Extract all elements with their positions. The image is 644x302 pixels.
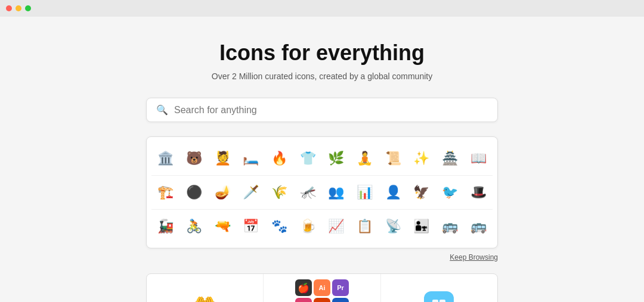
icon-cell[interactable]: 🚌 [464, 212, 493, 241]
icon-cell[interactable]: 🏯 [436, 144, 465, 173]
card-icon-hand: 🤲 [191, 288, 218, 302]
icon-cell[interactable]: 🛏️ [237, 144, 265, 173]
icon-cell[interactable]: 👤 [379, 178, 407, 207]
hero-title: Icons for everything [219, 41, 425, 66]
search-input[interactable] [174, 105, 488, 116]
icon-cell[interactable]: 🚌 [436, 212, 465, 241]
close-button[interactable] [6, 5, 12, 11]
icons-row-2: 🏗️ ⚫ 🪔 🗡️ 🌾 🦟 👥 📊 👤 🦅 🐦 🎩 [151, 176, 493, 210]
feature-cards: 🤲 Over 2 Million icons,royalty-free Lear… [146, 273, 498, 302]
icon-cell[interactable]: 📋 [351, 212, 379, 241]
svg-rect-1 [439, 300, 445, 302]
apple-icon: 🍎 [295, 279, 312, 296]
icon-cell[interactable]: 🚂 [151, 212, 180, 241]
icon-cell[interactable]: 🏛️ [151, 144, 180, 173]
icon-cell[interactable]: 🌿 [322, 144, 351, 173]
office-icon: W [314, 298, 330, 302]
icon-cell[interactable]: 📡 [379, 212, 407, 241]
titlebar [0, 0, 644, 17]
illustrator-icon: Ai [314, 279, 330, 296]
main-content: Icons for everything Over 2 Million cura… [0, 17, 644, 302]
icons-row-1: 🏛️ 🐻 💆 🛏️ 🔥 👕 🌿 🧘 📜 ✨ 🏯 📖 [151, 142, 493, 176]
icons-grid: 🏛️ 🐻 💆 🛏️ 🔥 👕 🌿 🧘 📜 ✨ 🏯 📖 🏗️ ⚫ 🪔 🗡️ 🌾 🦟 … [146, 136, 498, 248]
premiere-icon: Pr [332, 279, 349, 296]
icon-cell[interactable]: 👨‍👧 [407, 212, 436, 241]
icon-cell[interactable]: 📖 [464, 144, 493, 173]
search-box[interactable]: 🔍 [146, 98, 498, 122]
icon-cell[interactable]: 👥 [322, 178, 351, 207]
search-icon: 🔍 [156, 104, 168, 116]
icon-cell[interactable]: 📅 [237, 212, 265, 241]
icon-cell[interactable]: 📈 [322, 212, 351, 241]
icon-cell[interactable]: 🐾 [265, 212, 294, 241]
card-icon-apps: 🍎 Ai Pr Id W W P G [295, 288, 349, 302]
maximize-button[interactable] [25, 5, 31, 11]
apps-grid: 🍎 Ai Pr Id W W P G [295, 279, 349, 302]
icon-cell[interactable]: 🎩 [464, 178, 493, 207]
icon-cell[interactable]: 👕 [293, 144, 322, 173]
icon-cell[interactable]: 🏗️ [151, 178, 180, 207]
keep-browsing-link[interactable]: Keep Browsing [450, 253, 498, 261]
icon-cell[interactable]: 🦟 [293, 178, 322, 207]
hand-icon: 🤲 [191, 294, 218, 302]
icon-cell[interactable]: 🔫 [208, 212, 237, 241]
minimize-button[interactable] [16, 5, 21, 11]
icon-cell[interactable]: 🪔 [208, 178, 237, 207]
card-customize: Customize any iconfor the perfect fit Tr… [381, 274, 497, 302]
icon-cell[interactable]: 🦅 [407, 178, 436, 207]
icon-cell[interactable]: 🍺 [293, 212, 322, 241]
customize-icon [424, 291, 454, 302]
icon-cell[interactable]: 🌾 [265, 178, 294, 207]
icon-cell[interactable]: 🔥 [265, 144, 294, 173]
icon-cell[interactable]: 🐦 [436, 178, 465, 207]
icon-cell[interactable]: ✨ [407, 144, 436, 173]
word-icon: W [332, 298, 349, 302]
icon-cell[interactable]: 💆 [208, 144, 237, 173]
icons-row-3: 🚂 🚴 🔫 📅 🐾 🍺 📈 📋 📡 👨‍👧 🚌 🚌 [151, 210, 493, 243]
card-workflow: 🍎 Ai Pr Id W W P G Get icons inyour work… [264, 274, 380, 302]
indesign-icon: Id [295, 298, 312, 302]
icon-cell[interactable]: 📊 [351, 178, 379, 207]
card-royalty-free: 🤲 Over 2 Million icons,royalty-free Lear… [147, 274, 264, 302]
hero-subtitle: Over 2 Million curated icons, created by… [212, 71, 432, 81]
icon-cell[interactable]: 📜 [379, 144, 407, 173]
icon-cell[interactable]: 🧘 [351, 144, 379, 173]
icon-cell[interactable]: 🗡️ [237, 178, 265, 207]
svg-rect-0 [432, 300, 438, 302]
icon-cell[interactable]: 🚴 [180, 212, 209, 241]
icon-cell[interactable]: ⚫ [180, 178, 209, 207]
card-icon-customize [424, 288, 454, 302]
icon-cell[interactable]: 🐻 [180, 144, 209, 173]
